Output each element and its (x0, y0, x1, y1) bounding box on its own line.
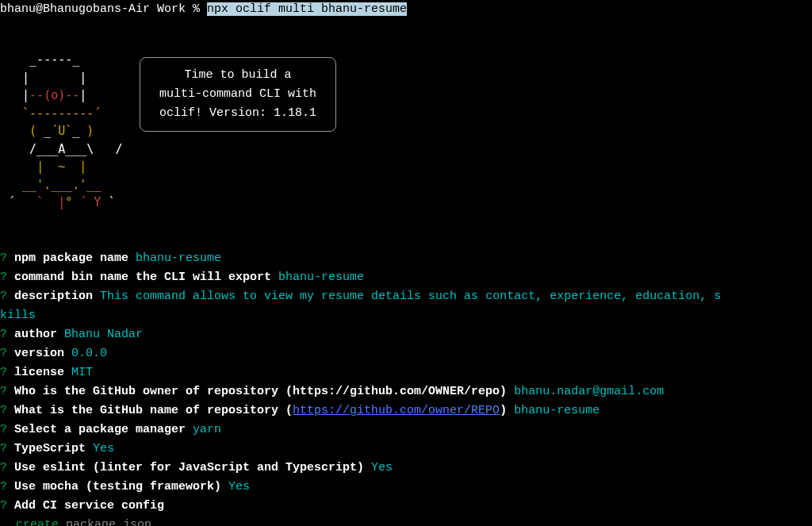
question-description-cont: kills (0, 306, 812, 325)
question-package-manager: ? Select a package manager yarn (0, 420, 812, 440)
prompt-command[interactable]: npx oclif multi bhanu-resume (207, 2, 407, 16)
question-version: ? version 0.0.0 (0, 344, 812, 363)
question-github-owner: ? Who is the GitHub owner of repository … (0, 382, 812, 401)
prompt-host: bhanu@Bhanugobans-Air Work % (0, 2, 207, 16)
question-typescript: ? TypeScript Yes (0, 440, 812, 459)
question-github-repo: ? What is the GitHub name of repository … (0, 401, 812, 420)
speech-line-3: oclif! Version: 1.18.1 (159, 104, 316, 123)
question-author: ? author Bhanu Nadar (0, 325, 812, 344)
github-repo-link[interactable]: https://github.com/owner/REPO (293, 404, 500, 417)
question-eslint: ? Use eslint (linter for JavaScript and … (0, 459, 812, 478)
speech-bubble: Time to build a multi-command CLI with o… (140, 57, 336, 132)
question-bin-name: ? command bin name the CLI will export b… (0, 268, 812, 287)
question-ci-service: ? Add CI service config (0, 497, 812, 516)
speech-line-2: multi-command CLI with (159, 85, 316, 104)
ascii-banner: _-----_ | | |--(o)--| `---------´ ( _´U`… (0, 51, 812, 209)
question-description: ? description This command allows to vie… (0, 287, 812, 306)
create-output-line: create package.json (0, 516, 812, 526)
terminal-prompt-line: bhanu@Bhanugobans-Air Work % npx oclif m… (0, 0, 812, 19)
question-mocha: ? Use mocha (testing framework) Yes (0, 478, 812, 497)
prompt-questions: ? npm package name bhanu-resume ? comman… (0, 249, 812, 526)
question-package-name: ? npm package name bhanu-resume (0, 249, 812, 268)
yeoman-ascii-art: _-----_ | | |--(o)--| `---------´ ( _´U`… (8, 51, 123, 212)
question-license: ? license MIT (0, 363, 812, 382)
speech-line-1: Time to build a (159, 66, 316, 85)
